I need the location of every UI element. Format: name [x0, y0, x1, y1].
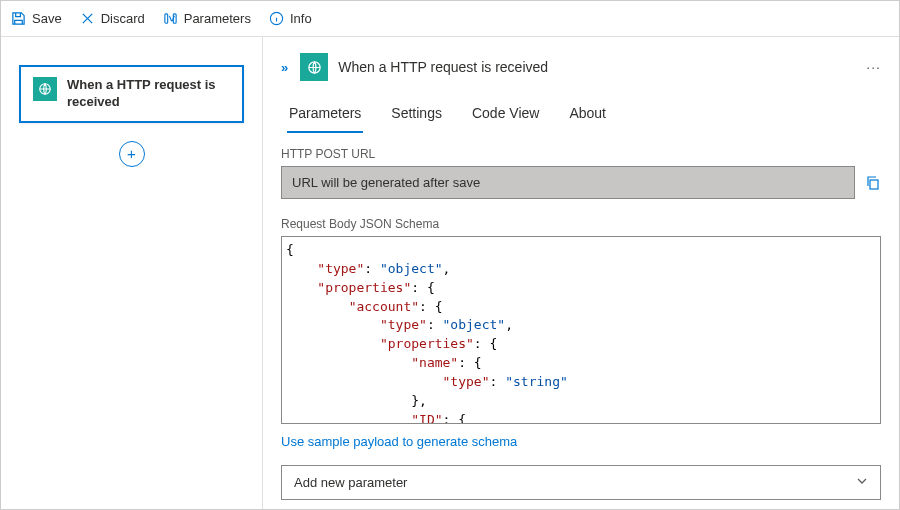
trigger-node-title: When a HTTP request is received	[67, 77, 230, 111]
http-request-icon	[300, 53, 328, 81]
info-label: Info	[290, 11, 312, 26]
parameters-button[interactable]: Parameters	[163, 11, 251, 26]
collapse-panel-button[interactable]: »	[281, 60, 288, 75]
add-parameter-dropdown[interactable]: Add new parameter	[281, 465, 881, 500]
svg-rect-0	[165, 14, 168, 23]
add-parameter-label: Add new parameter	[294, 475, 407, 490]
parameters-label: Parameters	[184, 11, 251, 26]
details-panel: » When a HTTP request is received ··· Pa…	[263, 37, 899, 509]
http-post-url-field: URL will be generated after save	[281, 166, 855, 199]
panel-title: When a HTTP request is received	[338, 59, 856, 75]
trigger-node[interactable]: When a HTTP request is received	[19, 65, 244, 123]
command-bar: Save Discard Parameters Info	[1, 1, 899, 37]
tab-code-view[interactable]: Code View	[470, 99, 541, 133]
discard-button[interactable]: Discard	[80, 11, 145, 26]
chevron-down-icon	[856, 475, 868, 490]
json-schema-editor[interactable]: { "type": "object", "properties": { "acc…	[281, 236, 881, 424]
info-button[interactable]: Info	[269, 11, 312, 26]
schema-label: Request Body JSON Schema	[281, 217, 881, 231]
use-sample-payload-link[interactable]: Use sample payload to generate schema	[281, 434, 517, 449]
tab-parameters[interactable]: Parameters	[287, 99, 363, 133]
info-icon	[269, 11, 284, 26]
http-request-icon	[33, 77, 57, 101]
parameters-icon	[163, 11, 178, 26]
svg-rect-1	[173, 14, 176, 23]
save-label: Save	[32, 11, 62, 26]
plus-icon: +	[127, 145, 136, 162]
discard-label: Discard	[101, 11, 145, 26]
tab-settings[interactable]: Settings	[389, 99, 444, 133]
svg-rect-5	[870, 180, 878, 189]
tab-about[interactable]: About	[567, 99, 608, 133]
designer-canvas: When a HTTP request is received +	[1, 37, 263, 509]
http-url-label: HTTP POST URL	[281, 147, 881, 161]
save-button[interactable]: Save	[11, 11, 62, 26]
copy-url-button[interactable]	[865, 175, 881, 191]
close-icon	[80, 11, 95, 26]
add-step-button[interactable]: +	[119, 141, 145, 167]
save-icon	[11, 11, 26, 26]
panel-tabs: Parameters Settings Code View About	[281, 99, 881, 133]
more-menu-button[interactable]: ···	[866, 59, 881, 75]
